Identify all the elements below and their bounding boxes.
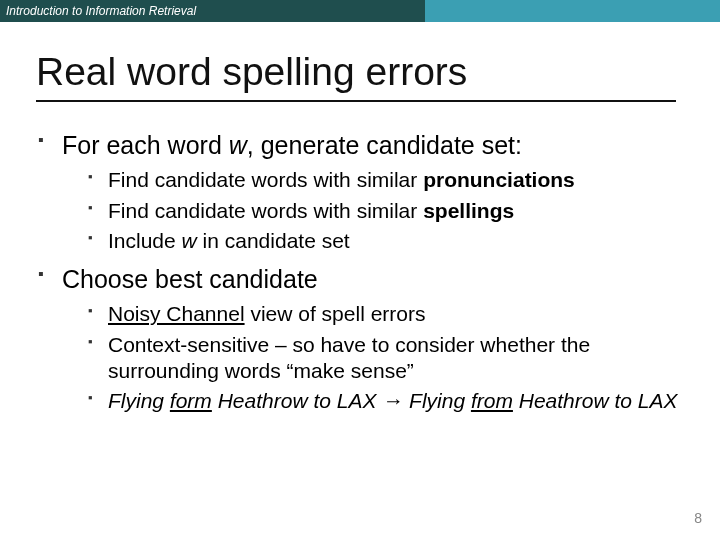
- course-title: Introduction to Information Retrieval: [6, 4, 196, 18]
- text: For each word: [62, 131, 229, 159]
- noisy-channel: Noisy Channel: [108, 302, 245, 325]
- text: Include: [108, 229, 182, 252]
- header-band: Introduction to Information Retrieval: [0, 0, 720, 22]
- text: Flying: [108, 389, 170, 412]
- bullet-1: For each word w, generate candidate set:…: [36, 130, 684, 254]
- text: in candidate set: [197, 229, 350, 252]
- text: Find candidate words with similar: [108, 168, 423, 191]
- text: Flying: [403, 389, 471, 412]
- word-from: from: [471, 389, 513, 412]
- bullet-1a: Find candidate words with similar pronun…: [62, 167, 684, 193]
- text: Choose best candidate: [62, 265, 318, 293]
- page-number: 8: [694, 510, 702, 526]
- slide: Introduction to Information Retrieval Re…: [0, 0, 720, 540]
- var-w: w: [182, 229, 197, 252]
- bullet-1c: Include w in candidate set: [62, 228, 684, 254]
- text: Find candidate words with similar: [108, 199, 423, 222]
- arrow-icon: →: [382, 389, 403, 412]
- slide-title: Real word spelling errors: [36, 50, 676, 102]
- bullet-1b: Find candidate words with similar spelli…: [62, 198, 684, 224]
- var-w: w: [229, 131, 247, 159]
- word-form: form: [170, 389, 212, 412]
- em-spellings: spellings: [423, 199, 514, 222]
- bullet-2: Choose best candidate Noisy Channel view…: [36, 264, 684, 414]
- bullet-2b: Context-sensitive – so have to consider …: [62, 332, 684, 385]
- text: view of spell errors: [245, 302, 426, 325]
- slide-content: For each word w, generate candidate set:…: [36, 130, 684, 424]
- text: Heathrow to LAX: [513, 389, 678, 412]
- text: Context-sensitive – so have to consider …: [108, 333, 590, 382]
- header-band-left: Introduction to Information Retrieval: [0, 0, 425, 22]
- text: Heathrow to LAX: [212, 389, 382, 412]
- bullet-2a: Noisy Channel view of spell errors: [62, 301, 684, 327]
- bullet-2c: Flying form Heathrow to LAX → Flying fro…: [62, 388, 684, 414]
- text: , generate candidate set:: [247, 131, 522, 159]
- header-band-right: [425, 0, 720, 22]
- em-pronunciations: pronunciations: [423, 168, 575, 191]
